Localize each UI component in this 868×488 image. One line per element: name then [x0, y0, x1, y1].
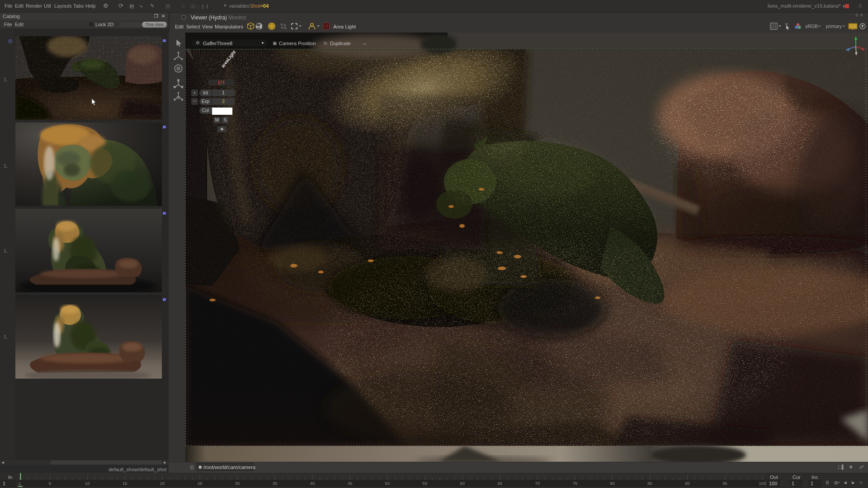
svg-text:45: 45	[348, 481, 353, 486]
svg-text:10: 10	[85, 481, 90, 486]
svg-text:1: 1	[19, 481, 21, 486]
svg-text:70: 70	[535, 481, 540, 486]
svg-text:50: 50	[385, 481, 390, 486]
svg-text:40: 40	[310, 481, 315, 486]
svg-text:5: 5	[49, 481, 51, 486]
svg-text:sRGB: sRGB	[805, 23, 818, 29]
svg-text:65: 65	[498, 481, 503, 486]
svg-text:85: 85	[647, 481, 652, 486]
svg-text:15: 15	[123, 481, 127, 486]
svg-text:75: 75	[572, 481, 577, 486]
svg-text:90: 90	[685, 481, 690, 486]
svg-text:25: 25	[198, 481, 203, 486]
svg-text:100: 100	[759, 481, 766, 486]
svg-text:60: 60	[460, 481, 465, 486]
svg-text:35: 35	[273, 481, 278, 486]
svg-text:80: 80	[610, 481, 615, 486]
svg-text:95: 95	[722, 481, 727, 486]
svg-text:primary: primary	[826, 23, 842, 29]
svg-text:30: 30	[235, 481, 240, 486]
svg-text:55: 55	[423, 481, 428, 486]
svg-text:20: 20	[160, 481, 165, 486]
